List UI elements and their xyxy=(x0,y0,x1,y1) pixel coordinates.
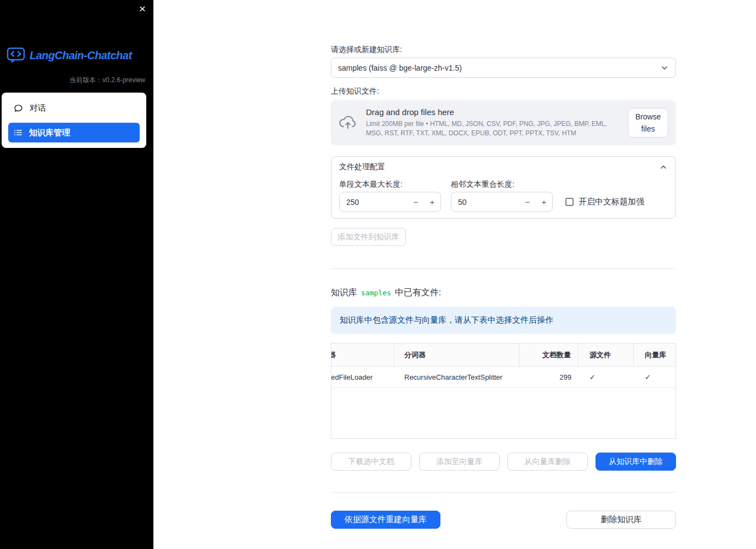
sidebar: × LangChain-Chatchat 当前版本：v0.2.6-preview… xyxy=(0,0,153,549)
column-header-label: 器 xyxy=(331,350,336,360)
zh-title-enhance-label: 开启中文标题加强 xyxy=(579,197,644,207)
chunk-size-input[interactable]: 250 − + xyxy=(339,192,441,212)
list-icon xyxy=(14,128,22,137)
cloud-upload-icon xyxy=(339,116,357,130)
dropzone-limit-text: Limit 200MB per file • HTML, MD, JSON, C… xyxy=(366,119,619,138)
cell-vector-store-check: ✓ xyxy=(634,367,675,387)
chunk-size-label: 单段文本最大长度: xyxy=(339,180,403,190)
expander-title: 文件处理配置 xyxy=(339,162,385,172)
download-selected-button[interactable]: 下载选中文档 xyxy=(331,453,411,471)
cell-source-file-check: ✓ xyxy=(579,367,634,387)
step-down-button[interactable]: − xyxy=(408,197,424,207)
add-files-button[interactable]: 添加文件到知识库 xyxy=(331,228,406,246)
info-alert-text: 知识库中包含源文件与向量库，请从下表中选择文件后操作 xyxy=(340,315,553,325)
sidebar-item-label: 知识库管理 xyxy=(29,128,70,138)
browse-files-button[interactable]: Browse files xyxy=(628,108,668,138)
cell-loader: redFileLoader xyxy=(331,367,394,387)
version-label: 当前版本：v0.2.6-preview xyxy=(0,76,145,85)
delete-knowledge-base-button[interactable]: 删除知识库 xyxy=(566,511,676,529)
sidebar-item-chat[interactable]: 对话 xyxy=(8,98,140,118)
cell-text: redFileLoader xyxy=(331,373,373,381)
check-mark: ✓ xyxy=(645,373,651,381)
chunk-size-value[interactable]: 250 xyxy=(340,198,408,207)
zh-title-enhance-checkbox[interactable] xyxy=(565,198,574,206)
chat-bubble-icon xyxy=(14,104,23,113)
chevron-up-icon xyxy=(659,163,668,171)
cell-splitter: RecursiveCharacterTextSplitter xyxy=(394,367,519,387)
column-header-vector-store[interactable]: 向量库 xyxy=(634,344,675,366)
dropzone-title: Drag and drop files here xyxy=(366,107,619,117)
kb-select-label: 请选择或新建知识库: xyxy=(331,45,402,55)
upload-label: 上传知识文件: xyxy=(331,87,379,96)
sidebar-menu: 对话 知识库管理 xyxy=(2,93,146,148)
step-down-button[interactable]: − xyxy=(519,197,536,207)
kb-files-table[interactable]: 器 分词器 文档数量 源文件 向量库 redFileLoader Recursi… xyxy=(331,343,676,439)
zh-title-enhance-row: 开启中文标题加强 xyxy=(565,192,644,212)
column-header-label: 文档数量 xyxy=(542,350,571,360)
cell-docs-count: 299 xyxy=(519,367,579,387)
sidebar-item-knowledge-base[interactable]: 知识库管理 xyxy=(8,123,140,142)
check-mark: ✓ xyxy=(589,373,595,381)
logo-chat-icon xyxy=(7,47,25,64)
cell-text: RecursiveCharacterTextSplitter xyxy=(404,373,502,381)
column-header-label: 向量库 xyxy=(645,350,666,360)
kb-select-value: samples (faiss @ bge-large-zh-v1.5) xyxy=(338,64,462,72)
info-alert: 知识库中包含源文件与向量库，请从下表中选择文件后操作 xyxy=(331,307,676,334)
knowledge-base-select[interactable]: samples (faiss @ bge-large-zh-v1.5) xyxy=(331,58,676,78)
expander-header[interactable]: 文件处理配置 xyxy=(331,157,675,178)
sidebar-item-label: 对话 xyxy=(30,103,46,113)
column-header-label: 源文件 xyxy=(589,350,611,360)
chevron-down-icon xyxy=(660,64,669,72)
column-header-docs-count[interactable]: 文档数量 xyxy=(519,344,579,366)
kb-name-code: samples xyxy=(361,289,391,297)
divider xyxy=(331,268,676,269)
column-header-source-file[interactable]: 源文件 xyxy=(579,344,634,366)
step-up-button[interactable]: + xyxy=(536,197,552,207)
delete-from-kb-button[interactable]: 从知识库中删除 xyxy=(595,453,676,471)
main-content: 请选择或新建知识库: samples (faiss @ bge-large-zh… xyxy=(153,0,756,549)
column-header-splitter[interactable]: 分词器 xyxy=(394,344,519,366)
overlap-size-value[interactable]: 50 xyxy=(451,198,519,207)
divider xyxy=(331,492,676,493)
kb-files-prefix: 知识库 xyxy=(331,287,357,299)
kb-files-heading: 知识库 samples 中已有文件: xyxy=(331,287,441,299)
step-up-button[interactable]: + xyxy=(424,197,440,207)
file-dropzone[interactable]: Drag and drop files here Limit 200MB per… xyxy=(331,100,676,145)
column-header-label: 分词器 xyxy=(404,350,426,360)
overlap-size-label: 相邻文本重合长度: xyxy=(451,180,514,190)
close-sidebar-icon[interactable]: × xyxy=(139,3,146,15)
file-config-expander: 文件处理配置 单段文本最大长度: 250 − + 相邻文本重合长度: 50 − … xyxy=(331,156,676,219)
column-header-loader[interactable]: 器 xyxy=(331,344,394,366)
table-header-row: 器 分词器 文档数量 源文件 向量库 xyxy=(331,344,675,367)
kb-files-suffix: 中已有文件: xyxy=(395,287,441,299)
overlap-size-input[interactable]: 50 − + xyxy=(451,192,553,212)
dropzone-text: Drag and drop files here Limit 200MB per… xyxy=(366,107,619,138)
app-logo: LangChain-Chatchat xyxy=(7,47,132,64)
rebuild-vector-store-button[interactable]: 依据源文件重建向量库 xyxy=(331,511,440,529)
logo-text: LangChain-Chatchat xyxy=(30,49,132,62)
delete-from-vector-store-button[interactable]: 从向量库删除 xyxy=(507,453,588,471)
add-to-vector-store-button[interactable]: 添加至向量库 xyxy=(419,453,500,471)
table-row[interactable]: redFileLoader RecursiveCharacterTextSpli… xyxy=(331,367,675,388)
cell-text: 299 xyxy=(559,373,571,381)
